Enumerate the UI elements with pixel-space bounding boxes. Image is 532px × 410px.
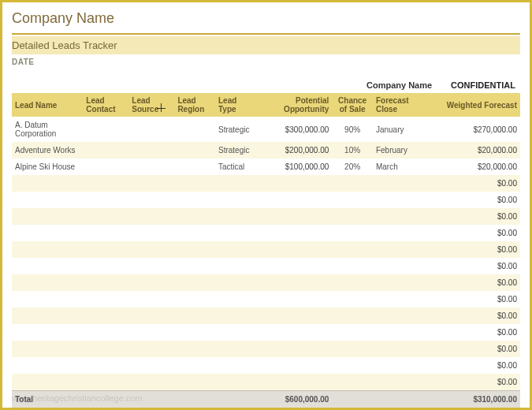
cell-lead-type	[215, 308, 256, 324]
cell-chance: 20%	[332, 158, 373, 175]
cell-lead-type	[215, 225, 256, 241]
cell-weighted: $270,000.00	[433, 117, 520, 142]
cell-forecast-close: January	[373, 117, 433, 142]
cell-lead-name	[12, 274, 83, 291]
table-row: $0.00	[12, 258, 520, 274]
cell-chance: 10%	[332, 142, 373, 158]
cell-chance	[332, 175, 373, 192]
cell-potential	[256, 192, 333, 208]
cell-lead-type	[215, 258, 256, 274]
cell-potential	[256, 225, 333, 241]
col-lead-contact: Lead Contact	[83, 93, 128, 117]
cell-lead-type	[215, 241, 256, 258]
cell-lead-type	[215, 357, 256, 374]
cell-chance	[332, 357, 373, 374]
cell-lead-source	[128, 324, 174, 341]
cell-weighted: $0.00	[433, 175, 520, 192]
col-lead-source-label: Lead Source	[132, 96, 158, 114]
cell-potential	[256, 341, 333, 357]
cell-lead-type	[215, 324, 256, 341]
cell-lead-region	[174, 258, 215, 274]
cell-weighted: $0.00	[433, 308, 520, 324]
total-blank1	[332, 391, 373, 408]
cell-potential	[256, 357, 333, 374]
cell-lead-type	[215, 274, 256, 291]
table-row: $0.00	[12, 374, 520, 391]
cell-chance	[332, 374, 373, 391]
cell-chance	[332, 192, 373, 208]
table-row: $0.00	[12, 208, 520, 225]
cell-lead-region	[174, 374, 215, 391]
col-potential: Potential Opportunity	[256, 93, 333, 117]
col-chance: Chance of Sale	[332, 93, 373, 117]
table-row: $0.00	[12, 341, 520, 357]
cell-lead-contact	[83, 192, 128, 208]
cell-chance	[332, 208, 373, 225]
col-weighted: Weighted Forecast	[433, 93, 520, 117]
cell-lead-type: Strategic	[215, 117, 256, 142]
cell-lead-region	[174, 175, 215, 192]
table-row: $0.00	[12, 324, 520, 341]
cell-forecast-close	[373, 324, 433, 341]
cell-lead-name	[12, 225, 83, 241]
cell-potential	[256, 291, 333, 308]
table-row: Alpine Ski HouseTactical$100,000.0020%Ma…	[12, 158, 520, 175]
cell-chance	[332, 258, 373, 274]
cell-potential: $200,000.00	[256, 142, 333, 158]
cell-lead-contact	[83, 258, 128, 274]
subtitle-band: Detailed Leads Tracker	[12, 36, 520, 54]
cell-forecast-close: March	[373, 158, 433, 175]
cell-lead-type	[215, 175, 256, 192]
cell-lead-region	[174, 117, 215, 142]
leads-table: Lead Name Lead Contact Lead Source Lead …	[12, 93, 520, 408]
cell-lead-region	[174, 357, 215, 374]
cell-forecast-close	[373, 192, 433, 208]
cell-forecast-close	[373, 341, 433, 357]
cell-lead-type	[215, 192, 256, 208]
cell-lead-region	[174, 142, 215, 158]
col-lead-type: Lead Type	[215, 93, 256, 117]
cell-lead-type: Strategic	[215, 142, 256, 158]
table-row: $0.00	[12, 357, 520, 374]
table-header-row: Lead Name Lead Contact Lead Source Lead …	[12, 93, 520, 117]
cell-potential	[256, 324, 333, 341]
table-row: Adventure WorksStrategic$200,000.0010%Fe…	[12, 142, 520, 158]
cell-weighted: $0.00	[433, 341, 520, 357]
cell-lead-region	[174, 225, 215, 241]
cell-lead-region	[174, 308, 215, 324]
cell-lead-contact	[83, 341, 128, 357]
cell-lead-name	[12, 258, 83, 274]
cell-forecast-close	[373, 208, 433, 225]
cell-lead-contact	[83, 225, 128, 241]
table-row: $0.00	[12, 175, 520, 192]
cell-weighted: $0.00	[433, 274, 520, 291]
cell-lead-name	[12, 208, 83, 225]
company-title: Company Name	[12, 10, 520, 27]
col-lead-region: Lead Region	[174, 93, 215, 117]
table-body: A. Datum CorporationStrategic$300,000.00…	[12, 117, 520, 391]
cell-lead-contact	[83, 274, 128, 291]
super-header: Company Name CONFIDENTIAL	[12, 80, 520, 90]
cell-lead-contact	[83, 357, 128, 374]
cell-lead-source	[128, 258, 174, 274]
cell-chance	[332, 241, 373, 258]
table-total-row: Total $600,000.00 $310,000.00	[12, 391, 520, 408]
cell-lead-name: Alpine Ski House	[12, 158, 83, 175]
cell-chance	[332, 291, 373, 308]
cell-weighted: $0.00	[433, 324, 520, 341]
superheader-company: Company Name	[366, 80, 432, 90]
table-row: $0.00	[12, 192, 520, 208]
cell-lead-name: Adventure Works	[12, 142, 83, 158]
cell-forecast-close	[373, 258, 433, 274]
cell-lead-type	[215, 341, 256, 357]
col-lead-source: Lead Source	[128, 93, 174, 117]
cell-forecast-close	[373, 175, 433, 192]
cell-forecast-close	[373, 291, 433, 308]
cell-chance	[332, 341, 373, 357]
cell-lead-source	[128, 374, 174, 391]
cell-weighted: $0.00	[433, 374, 520, 391]
cell-lead-contact	[83, 374, 128, 391]
cell-lead-source	[128, 241, 174, 258]
cell-lead-name	[12, 175, 83, 192]
table-row: $0.00	[12, 241, 520, 258]
